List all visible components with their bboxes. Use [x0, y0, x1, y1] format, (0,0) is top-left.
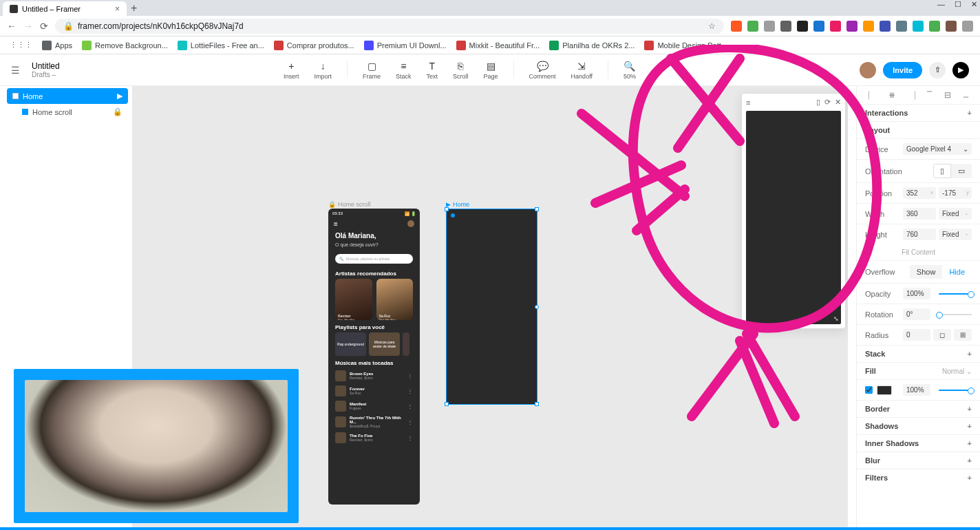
align-bottom-icon[interactable]: ⎽	[963, 90, 968, 100]
section-inner-shadows[interactable]: Inner Shadows+	[857, 434, 980, 452]
resize-handle[interactable]	[535, 305, 539, 309]
extension-icon[interactable]	[929, 21, 940, 32]
plus-icon[interactable]: +	[968, 456, 972, 465]
rotation-input[interactable]: 0°	[903, 308, 930, 320]
preview-popup[interactable]: ≡ ▯ ⟳ ✕ ⤡	[741, 93, 846, 329]
browser-tab[interactable]: Untitled – Framer ×	[3, 1, 127, 17]
nav-back-icon[interactable]: ←	[7, 21, 17, 32]
bookmark-item[interactable]: Mobile Design Patt...	[644, 41, 727, 50]
section-interactions[interactable]: Interactions+	[857, 104, 980, 121]
bookmark-item[interactable]: LottieFiles - Free an...	[178, 41, 264, 50]
extension-icon[interactable]	[780, 21, 791, 32]
bookmark-item[interactable]: Planilha de OKRs 2...	[549, 41, 635, 50]
align-middle-icon[interactable]: ⊟	[944, 90, 951, 100]
tool-text[interactable]: TText	[427, 61, 438, 80]
plus-icon[interactable]: +	[968, 405, 972, 413]
radius-multi-icon[interactable]: ⊞	[954, 329, 972, 341]
extension-icon[interactable]	[880, 21, 891, 32]
extension-icon[interactable]	[896, 21, 907, 32]
bookmark-item[interactable]: Mixkit - Beautiful Fr...	[456, 41, 540, 50]
new-tab-button[interactable]: +	[131, 2, 137, 14]
align-top-icon[interactable]: ⎺	[927, 90, 932, 100]
url-field[interactable]: 🔒 framer.com/projects/nK0vh16ckpQ68vJNaj…	[55, 19, 724, 34]
frame-label-selected[interactable]: ▶ Home	[446, 201, 469, 208]
align-left-icon[interactable]: ⎸	[869, 90, 876, 100]
play-button[interactable]: ▶	[952, 62, 969, 78]
tool-50%[interactable]: 🔍50%	[624, 61, 636, 80]
plus-icon[interactable]: +	[968, 109, 972, 117]
frame-label-locked[interactable]: 🔒 Home scroll	[328, 201, 371, 208]
invite-button[interactable]: Invite	[883, 62, 922, 78]
portrait-icon[interactable]: ▯	[933, 164, 951, 178]
extension-icon[interactable]	[764, 21, 775, 32]
section-blur[interactable]: Blur+	[857, 452, 980, 469]
extension-icon[interactable]	[863, 21, 874, 32]
fill-color-chip[interactable]	[877, 385, 892, 395]
radius-input[interactable]: 0	[903, 329, 930, 341]
tool-comment[interactable]: 💬Comment	[529, 61, 556, 80]
play-icon[interactable]: ▶	[117, 92, 122, 100]
user-avatar[interactable]	[860, 62, 876, 78]
overflow-toggle[interactable]: ShowHide	[910, 265, 972, 279]
bookmark-item[interactable]: Premium UI Downl...	[364, 41, 447, 50]
window-maximize-icon[interactable]: ☐	[955, 0, 961, 9]
align-controls[interactable]: ⎸ ⧻ ⎹ ⎺ ⊟ ⎽	[857, 86, 980, 104]
tool-import[interactable]: ↓Import	[314, 61, 332, 80]
frame-home-selected[interactable]	[446, 209, 537, 405]
bookmark-item[interactable]: Remove Backgroun...	[82, 41, 168, 50]
radius-single-icon[interactable]: ◻	[933, 329, 951, 341]
plus-icon[interactable]: +	[968, 422, 972, 430]
section-filters[interactable]: Filters+	[857, 469, 980, 486]
bookmark-item[interactable]: Comprar produtos...	[274, 41, 354, 50]
tool-page[interactable]: ▤Page	[484, 61, 498, 80]
extension-icon[interactable]	[913, 21, 924, 32]
page-home-scroll[interactable]: Home scroll 🔒	[7, 104, 128, 120]
extension-icon[interactable]	[747, 21, 758, 32]
tool-handoff[interactable]: ⇲Handoff	[571, 61, 593, 80]
tool-stack[interactable]: ≡Stack	[396, 61, 412, 80]
tab-close-icon[interactable]: ×	[115, 4, 120, 14]
page-home[interactable]: Home ▶	[7, 88, 128, 104]
menu-icon[interactable]: ☰	[11, 65, 25, 76]
plus-icon[interactable]: +	[968, 350, 972, 358]
tool-scroll[interactable]: ⎘Scroll	[453, 61, 469, 80]
align-right-icon[interactable]: ⎹	[908, 90, 915, 100]
extension-icon[interactable]	[846, 21, 858, 32]
tool-insert[interactable]: +Insert	[284, 61, 299, 80]
close-icon[interactable]: ✕	[835, 98, 841, 107]
extension-icon[interactable]	[830, 21, 841, 32]
width-input[interactable]: 360	[903, 208, 936, 220]
reload-icon[interactable]: ⟳	[824, 98, 831, 107]
fill-enabled-checkbox[interactable]	[865, 386, 873, 394]
extension-icon[interactable]	[962, 21, 973, 32]
width-mode[interactable]: Fixed⌄	[939, 208, 972, 220]
extension-icon[interactable]	[813, 21, 824, 32]
bookmark-apps[interactable]: ⋮⋮⋮	[10, 41, 32, 50]
resize-handle[interactable]	[535, 402, 539, 406]
rotation-slider[interactable]	[939, 314, 972, 315]
bookmark-item[interactable]: Apps	[42, 41, 72, 50]
section-border[interactable]: Border+	[857, 400, 980, 417]
height-input[interactable]: 760	[903, 229, 936, 240]
opacity-input[interactable]: 100%	[903, 288, 930, 299]
resize-handle[interactable]	[535, 207, 539, 211]
extension-icon[interactable]	[797, 21, 808, 32]
resize-handle[interactable]	[445, 402, 449, 406]
fill-opacity-slider[interactable]	[939, 390, 972, 391]
align-center-icon[interactable]: ⧻	[888, 90, 895, 100]
pos-x-input[interactable]: 352x	[903, 187, 936, 199]
opacity-slider[interactable]	[939, 293, 972, 295]
preview-menu-icon[interactable]: ≡	[746, 98, 750, 107]
plus-icon[interactable]: +	[968, 474, 972, 482]
pos-y-input[interactable]: -175y	[939, 187, 972, 199]
nav-forward-icon[interactable]: →	[23, 21, 33, 32]
fit-content-button[interactable]: Fit Content	[857, 244, 980, 260]
nav-reload-icon[interactable]: ⟳	[40, 21, 48, 32]
device-select[interactable]: Google Pixel 4⌄	[903, 143, 972, 155]
orientation-toggle[interactable]: ▯▭	[933, 164, 972, 178]
resize-handle[interactable]	[445, 207, 449, 211]
landscape-icon[interactable]: ▭	[951, 164, 972, 178]
window-minimize-icon[interactable]: —	[937, 0, 945, 9]
window-close-icon[interactable]: ✕	[971, 0, 977, 9]
section-shadows[interactable]: Shadows+	[857, 417, 980, 434]
